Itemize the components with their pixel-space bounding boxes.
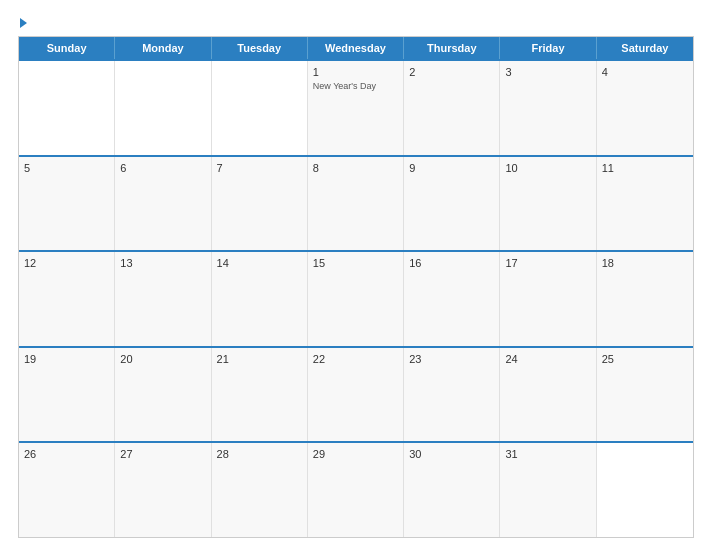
day-cell: 7 bbox=[212, 157, 308, 251]
day-cell: 28 bbox=[212, 443, 308, 537]
day-number: 6 bbox=[120, 161, 205, 175]
day-cell: 26 bbox=[19, 443, 115, 537]
day-number: 3 bbox=[505, 65, 590, 79]
day-number: 30 bbox=[409, 447, 494, 461]
day-cell: 24 bbox=[500, 348, 596, 442]
day-cell: 19 bbox=[19, 348, 115, 442]
day-number: 27 bbox=[120, 447, 205, 461]
day-number: 8 bbox=[313, 161, 398, 175]
day-cell: 20 bbox=[115, 348, 211, 442]
calendar-grid: SundayMondayTuesdayWednesdayThursdayFrid… bbox=[18, 36, 694, 538]
day-header-sunday: Sunday bbox=[19, 37, 115, 59]
day-cell: 18 bbox=[597, 252, 693, 346]
day-header-friday: Friday bbox=[500, 37, 596, 59]
day-number: 5 bbox=[24, 161, 109, 175]
day-number: 10 bbox=[505, 161, 590, 175]
day-cell: 12 bbox=[19, 252, 115, 346]
day-cell: 3 bbox=[500, 61, 596, 155]
day-number: 24 bbox=[505, 352, 590, 366]
day-cell: 22 bbox=[308, 348, 404, 442]
day-cell: 5 bbox=[19, 157, 115, 251]
holiday-label: New Year's Day bbox=[313, 81, 398, 92]
week-row-3: 12131415161718 bbox=[19, 250, 693, 346]
day-cell: 31 bbox=[500, 443, 596, 537]
day-number: 1 bbox=[313, 65, 398, 79]
day-number: 14 bbox=[217, 256, 302, 270]
day-number: 15 bbox=[313, 256, 398, 270]
day-number: 31 bbox=[505, 447, 590, 461]
day-number: 28 bbox=[217, 447, 302, 461]
week-row-2: 567891011 bbox=[19, 155, 693, 251]
day-number: 23 bbox=[409, 352, 494, 366]
day-number: 29 bbox=[313, 447, 398, 461]
header bbox=[18, 18, 694, 28]
logo bbox=[18, 18, 27, 28]
day-cell: 14 bbox=[212, 252, 308, 346]
day-number: 16 bbox=[409, 256, 494, 270]
day-cell: 17 bbox=[500, 252, 596, 346]
calendar-page: SundayMondayTuesdayWednesdayThursdayFrid… bbox=[0, 0, 712, 550]
day-cell: 29 bbox=[308, 443, 404, 537]
day-cell bbox=[19, 61, 115, 155]
day-number: 20 bbox=[120, 352, 205, 366]
day-number: 11 bbox=[602, 161, 688, 175]
day-cell bbox=[212, 61, 308, 155]
week-row-5: 262728293031 bbox=[19, 441, 693, 537]
day-header-thursday: Thursday bbox=[404, 37, 500, 59]
day-cell bbox=[115, 61, 211, 155]
day-number: 2 bbox=[409, 65, 494, 79]
day-cell: 21 bbox=[212, 348, 308, 442]
day-cell: 1New Year's Day bbox=[308, 61, 404, 155]
day-number: 25 bbox=[602, 352, 688, 366]
day-header-tuesday: Tuesday bbox=[212, 37, 308, 59]
day-header-wednesday: Wednesday bbox=[308, 37, 404, 59]
day-number: 19 bbox=[24, 352, 109, 366]
day-cell: 9 bbox=[404, 157, 500, 251]
day-number: 17 bbox=[505, 256, 590, 270]
day-number: 9 bbox=[409, 161, 494, 175]
day-number: 13 bbox=[120, 256, 205, 270]
logo-blue-text bbox=[18, 18, 27, 28]
day-cell: 8 bbox=[308, 157, 404, 251]
day-cell: 27 bbox=[115, 443, 211, 537]
week-row-4: 19202122232425 bbox=[19, 346, 693, 442]
day-number: 4 bbox=[602, 65, 688, 79]
logo-triangle-icon bbox=[20, 18, 27, 28]
day-number: 22 bbox=[313, 352, 398, 366]
day-header-saturday: Saturday bbox=[597, 37, 693, 59]
day-cell: 10 bbox=[500, 157, 596, 251]
day-cell: 11 bbox=[597, 157, 693, 251]
day-cell bbox=[597, 443, 693, 537]
day-number: 21 bbox=[217, 352, 302, 366]
day-cell: 6 bbox=[115, 157, 211, 251]
day-number: 26 bbox=[24, 447, 109, 461]
day-headers-row: SundayMondayTuesdayWednesdayThursdayFrid… bbox=[19, 37, 693, 59]
day-cell: 16 bbox=[404, 252, 500, 346]
day-cell: 4 bbox=[597, 61, 693, 155]
day-cell: 23 bbox=[404, 348, 500, 442]
day-number: 18 bbox=[602, 256, 688, 270]
week-row-1: 1New Year's Day234 bbox=[19, 59, 693, 155]
day-cell: 13 bbox=[115, 252, 211, 346]
weeks-container: 1New Year's Day2345678910111213141516171… bbox=[19, 59, 693, 537]
day-cell: 15 bbox=[308, 252, 404, 346]
day-number: 12 bbox=[24, 256, 109, 270]
day-cell: 25 bbox=[597, 348, 693, 442]
day-cell: 30 bbox=[404, 443, 500, 537]
day-header-monday: Monday bbox=[115, 37, 211, 59]
day-cell: 2 bbox=[404, 61, 500, 155]
day-number: 7 bbox=[217, 161, 302, 175]
